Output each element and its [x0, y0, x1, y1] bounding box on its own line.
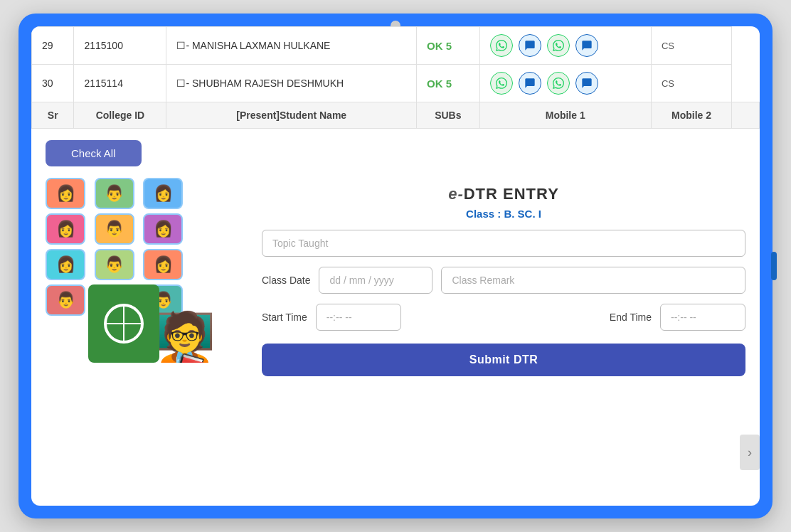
cell-subs: OK 5	[417, 65, 479, 102]
table-header-row: Sr College ID [Present]Student Name SUBs…	[32, 102, 760, 129]
cell-college-id: 2115114	[74, 65, 166, 102]
sms-icon-1b[interactable]	[575, 34, 598, 57]
avatar-1: 👩	[46, 178, 85, 209]
topic-taught-input[interactable]	[262, 230, 745, 257]
avatar-4: 👩	[46, 213, 85, 245]
board-circle	[104, 304, 144, 344]
date-remark-row: Class Date	[262, 267, 745, 294]
inner-screen: 29 2115100 ☐- MANISHA LAXMAN HULKANE OK …	[31, 26, 760, 506]
dtr-title-main: DTR ENTRY	[464, 185, 559, 203]
end-time-input[interactable]	[660, 304, 745, 331]
teacher-area: 🧑‍🏫	[88, 284, 216, 363]
avatar-2: 👨	[95, 178, 134, 209]
cell-mobile1	[479, 27, 651, 65]
class-date-label: Class Date	[262, 275, 310, 286]
lower-section: 👩 👨 👩 👩 👨 👩 👩 👨 👩 👨 👩 👨	[31, 178, 760, 390]
ok-badge: OK 5	[427, 78, 452, 90]
check-all-section: Check All	[31, 129, 760, 178]
cell-cs-2: CS	[651, 65, 731, 102]
sms-icon-2a[interactable]	[519, 72, 541, 95]
cell-sr: 30	[32, 65, 74, 102]
dtr-title-prefix: e-	[448, 185, 464, 203]
start-time-label: Start Time	[262, 312, 307, 323]
col-mobile2: Mobile 2	[651, 102, 731, 129]
device-side-button	[771, 252, 777, 280]
avatar-9: 👩	[143, 249, 183, 280]
class-remark-input[interactable]	[441, 267, 745, 294]
whatsapp-icon-2a[interactable]	[490, 72, 513, 95]
cell-mobile1	[479, 65, 651, 102]
avatar-6: 👩	[143, 213, 183, 245]
col-college-id: College ID	[74, 102, 166, 129]
col-mobile1: Mobile 1	[479, 102, 651, 129]
time-row: Start Time End Time	[262, 304, 745, 331]
end-time-label: End Time	[610, 312, 652, 323]
classroom-illustration: 👩 👨 👩 👩 👨 👩 👩 👨 👩 👨 👩 👨	[46, 178, 245, 363]
avatar-10: 👨	[46, 284, 85, 316]
cell-student-name: ☐- MANISHA LAXMAN HULKANE	[166, 27, 417, 65]
cell-college-id: 2115100	[74, 27, 166, 65]
col-student-name: [Present]Student Name	[166, 102, 417, 129]
cell-cs-1: CS	[651, 27, 731, 65]
whatsapp-icon-1a[interactable]	[490, 34, 513, 57]
start-time-input[interactable]	[316, 304, 401, 331]
green-board	[88, 284, 159, 363]
ok-badge: OK 5	[427, 40, 452, 52]
submit-dtr-button[interactable]: Submit DTR	[262, 344, 745, 376]
student-table: 29 2115100 ☐- MANISHA LAXMAN HULKANE OK …	[31, 26, 760, 129]
whatsapp-icon-2b[interactable]	[547, 72, 570, 95]
dtr-form: e-DTR ENTRY Class : B. SC. I Class Date …	[262, 178, 745, 376]
col-sr: Sr	[32, 102, 74, 129]
check-all-button[interactable]: Check All	[46, 140, 142, 166]
col-extra	[732, 102, 760, 129]
sms-icon-2b[interactable]	[575, 72, 598, 95]
scroll-arrow[interactable]: ›	[740, 435, 760, 470]
avatar-7: 👩	[46, 249, 85, 280]
scroll-content[interactable]: 29 2115100 ☐- MANISHA LAXMAN HULKANE OK …	[31, 26, 760, 506]
whatsapp-icon-1b[interactable]	[547, 34, 570, 57]
topic-taught-row	[262, 230, 745, 257]
col-subs: SUBs	[417, 102, 479, 129]
class-date-input[interactable]	[319, 267, 432, 294]
device-frame: 29 2115100 ☐- MANISHA LAXMAN HULKANE OK …	[18, 14, 773, 518]
cell-student-name: ☐- SHUBHAM RAJESH DESHMUKH	[166, 65, 417, 102]
avatar-5: 👨	[95, 213, 134, 245]
cell-sr: 29	[32, 27, 74, 65]
teacher-figure: 🧑‍🏫	[154, 313, 216, 363]
dtr-title: e-DTR ENTRY	[262, 185, 745, 203]
dtr-class-subtitle: Class : B. SC. I	[262, 208, 745, 220]
avatar-3: 👩	[143, 178, 183, 209]
cell-subs: OK 5	[417, 27, 479, 65]
table-row: 29 2115100 ☐- MANISHA LAXMAN HULKANE OK …	[32, 27, 760, 65]
avatar-8: 👨	[95, 249, 134, 280]
table-row: 30 2115114 ☐- SHUBHAM RAJESH DESHMUKH OK…	[32, 65, 760, 102]
sms-icon-1a[interactable]	[519, 34, 541, 57]
